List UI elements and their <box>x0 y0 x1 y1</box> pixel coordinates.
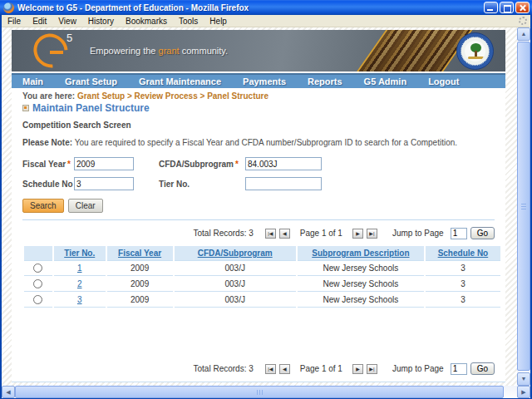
nav-grant-setup[interactable]: Grant Setup <box>54 76 128 86</box>
nav-logout[interactable]: Logout <box>417 76 470 86</box>
g5-logo: 5 <box>12 30 76 71</box>
page-indicator: Page 1 of 1 <box>300 364 342 373</box>
menu-bar: File Edit View History Bookmarks Tools H… <box>2 15 530 27</box>
total-records: Total Records: 3 <box>194 364 254 373</box>
jump-to-page-input[interactable] <box>451 228 467 239</box>
banner-tagline: Empowering the grant community. <box>90 46 228 56</box>
table-header-row: Tier No. Fiscal Year CFDA/Subprogram Sub… <box>24 246 500 260</box>
total-records: Total Records: 3 <box>194 229 254 238</box>
fiscal-year-input[interactable] <box>74 157 134 170</box>
table-row: 3 2009 003/J New Jersey Schools 3 <box>24 292 500 308</box>
col-fiscal-year[interactable]: Fiscal Year <box>107 246 173 260</box>
page-content: 5 Empowering the grant community. Main G… <box>12 30 505 382</box>
row-radio[interactable] <box>33 295 42 304</box>
last-page-button[interactable]: ▶| <box>367 229 377 239</box>
horizontal-scrollbar[interactable]: ◀ ▶ <box>2 386 530 398</box>
cfda-subprogram-input[interactable] <box>245 157 322 170</box>
col-subprogram-description[interactable]: Subprogram Description <box>298 246 424 260</box>
browser-viewport: 5 Empowering the grant community. Main G… <box>2 27 517 386</box>
table-row: 2 2009 003/J New Jersey Schools 3 <box>24 276 500 292</box>
nav-g5-admin[interactable]: G5 Admin <box>353 76 418 86</box>
schedule-no-input[interactable] <box>74 177 134 190</box>
menu-edit[interactable]: Edit <box>27 15 52 27</box>
close-button[interactable] <box>515 2 530 13</box>
restore-button[interactable] <box>500 2 514 13</box>
col-cfda-subprogram[interactable]: CFDA/Subprogram <box>175 246 296 260</box>
clear-button[interactable]: Clear <box>68 199 103 213</box>
nav-main[interactable]: Main <box>12 76 54 86</box>
divider <box>22 219 495 220</box>
nav-reports[interactable]: Reports <box>297 76 353 86</box>
tier-link[interactable]: 3 <box>77 295 82 304</box>
radio-column-header <box>24 246 52 260</box>
go-button[interactable]: Go <box>470 362 495 375</box>
please-note: Please Note: You are required to specify… <box>22 138 496 147</box>
main-navbar: Main Grant Setup Grant Maintenance Payme… <box>12 73 505 88</box>
table-row: 1 2009 003/J New Jersey Schools 3 <box>24 260 500 276</box>
row-radio[interactable] <box>33 264 42 273</box>
g5-logo-five: 5 <box>66 32 72 44</box>
menu-history[interactable]: History <box>82 15 120 27</box>
jump-to-page-label: Jump to Page <box>392 364 444 373</box>
minimize-button[interactable] <box>484 2 498 13</box>
first-page-button[interactable]: |◀ <box>265 364 276 374</box>
competition-search-form: Fiscal Year* CFDA/Subprogram* Schedule N… <box>22 157 496 190</box>
jump-to-page-input[interactable] <box>451 363 467 375</box>
tier-link[interactable]: 2 <box>77 279 82 288</box>
tier-link[interactable]: 1 <box>77 264 82 273</box>
scroll-right-icon[interactable]: ▶ <box>517 386 530 398</box>
menu-help[interactable]: Help <box>204 15 233 27</box>
go-button[interactable]: Go <box>470 227 495 239</box>
jump-to-page-label: Jump to Page <box>392 229 444 238</box>
window-title: Welcome to G5 - Department of Education … <box>17 3 484 12</box>
tier-no-input[interactable] <box>245 177 322 190</box>
col-tier-no[interactable]: Tier No. <box>54 246 106 260</box>
page-indicator: Page 1 of 1 <box>300 229 342 238</box>
prev-page-button[interactable]: ◀ <box>279 364 290 374</box>
firefox-icon <box>3 2 14 13</box>
nav-payments[interactable]: Payments <box>232 76 297 86</box>
nav-grant-maintenance[interactable]: Grant Maintenance <box>128 76 232 86</box>
pagination-bottom: Total Records: 3 |◀ ◀ Page 1 of 1 ▶ ▶| J… <box>22 362 495 375</box>
breadcrumb: You are here: Grant Setup > Review Proce… <box>22 91 496 101</box>
window-titlebar: Welcome to G5 - Department of Education … <box>0 0 532 15</box>
pagination-top: Total Records: 3 |◀ ◀ Page 1 of 1 ▶ ▶| J… <box>22 227 495 239</box>
next-page-button[interactable]: ▶ <box>352 364 363 374</box>
fiscal-year-label: Fiscal Year* <box>22 160 74 169</box>
horizontal-scrollbar-thumb[interactable] <box>15 386 504 398</box>
schedule-no-label: Schedule No <box>22 180 74 189</box>
results-table: Tier No. Fiscal Year CFDA/Subprogram Sub… <box>22 246 502 308</box>
vertical-scrollbar-thumb[interactable] <box>517 42 530 371</box>
page-title-icon <box>22 105 29 111</box>
col-schedule-no[interactable]: Schedule No <box>426 246 500 260</box>
prev-page-button[interactable]: ◀ <box>279 229 290 239</box>
menu-tools[interactable]: Tools <box>173 15 204 27</box>
last-page-button[interactable]: ▶| <box>367 364 377 374</box>
menu-file[interactable]: File <box>2 15 27 27</box>
tier-no-label: Tier No. <box>159 180 245 189</box>
row-radio[interactable] <box>33 279 42 288</box>
menu-view[interactable]: View <box>52 15 82 27</box>
breadcrumb-path[interactable]: Grant Setup > Review Process > Panel Str… <box>77 91 268 101</box>
vertical-scrollbar[interactable]: ▲ ▼ <box>517 27 530 386</box>
section-title: Competition Search Screen <box>22 121 496 130</box>
throbber-icon <box>519 17 527 25</box>
next-page-button[interactable]: ▶ <box>352 229 363 239</box>
cfda-subprogram-label: CFDA/Subprogram* <box>159 160 245 169</box>
page-title: Maintain Panel Structure <box>32 102 150 114</box>
scroll-down-icon[interactable]: ▼ <box>517 372 530 386</box>
g5-banner: 5 Empowering the grant community. <box>12 30 505 71</box>
scroll-up-icon[interactable]: ▲ <box>517 27 530 41</box>
first-page-button[interactable]: |◀ <box>265 229 276 239</box>
search-button[interactable]: Search <box>22 199 64 213</box>
menu-bookmarks[interactable]: Bookmarks <box>120 15 173 27</box>
scroll-left-icon[interactable]: ◀ <box>2 386 15 398</box>
